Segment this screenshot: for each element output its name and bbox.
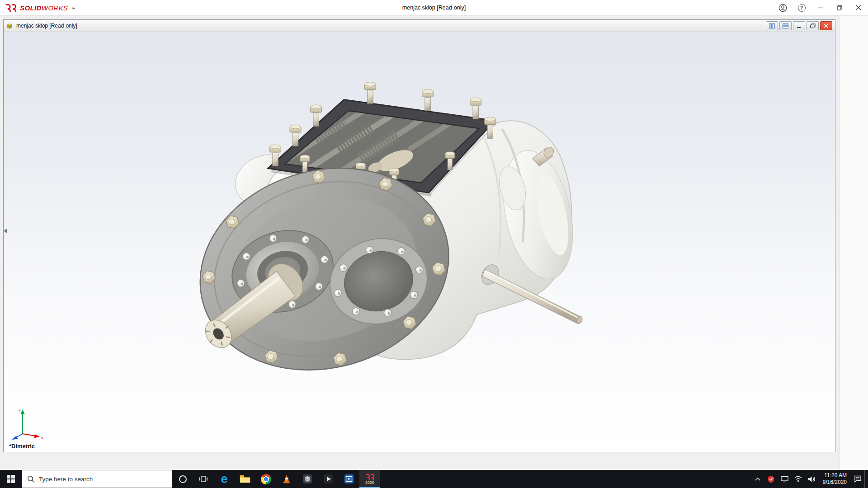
movies-app-button[interactable] [339,470,359,488]
app-window-controls: ? [773,0,868,15]
vlc-icon [282,474,292,484]
close-button[interactable] [849,0,868,15]
solidworks-taskbar-button[interactable]: 2020 [359,470,380,488]
account-icon [778,4,787,12]
3d-model-gearbox[interactable] [4,32,835,452]
start-button[interactable] [0,470,22,488]
account-button[interactable] [773,0,792,15]
cortana-icon [179,475,187,483]
doc-restore-button[interactable] [807,21,819,30]
document-title: menjac sklop [Read-only] [16,23,77,29]
tray-volume-button[interactable] [805,470,819,488]
doc-minimize-button[interactable] [793,21,805,30]
menu-flyout-arrow-icon[interactable]: ▸ [73,5,75,10]
triad-x-label: x [41,436,43,440]
task-pane-collapsed[interactable] [839,16,868,470]
doc-restore-icon [810,23,816,28]
shield-icon [768,475,774,483]
search-input[interactable] [22,470,172,488]
vlc-button[interactable] [276,470,297,488]
cortana-button[interactable] [172,470,193,488]
tray-network-button[interactable] [792,470,805,488]
action-center-icon [854,475,862,483]
edge-button[interactable]: e [214,470,235,488]
solidworks-app-icon: 2020 [364,474,375,485]
tile-horizontal-icon [769,23,775,28]
help-glyph: ? [800,5,803,10]
brand-works: WORKS [42,4,68,12]
media-player-icon [323,474,333,484]
volume-icon [808,476,816,483]
screen: SOLIDWORKS ▸ menjac sklop [Read-only] ? [0,0,868,488]
doc-tile-vertical-button[interactable] [779,21,792,30]
help-icon: ? [798,4,806,12]
brand-solid: SOLID [20,4,42,12]
close-icon [856,5,861,10]
document-window: menjac sklop [Read-only] [3,19,835,452]
file-explorer-button[interactable] [235,470,255,488]
wifi-icon [794,476,802,482]
file-explorer-icon [240,474,250,483]
app-body: menjac sklop [Read-only] [0,16,868,470]
document-titlebar: menjac sklop [Read-only] [4,20,835,32]
clock-date: 9/16/2020 [823,479,847,486]
doc-close-icon [824,23,829,28]
panel-collapse-arrow[interactable] [4,225,9,237]
chrome-button[interactable] [255,470,276,488]
app-titlebar: SOLIDWORKS ▸ menjac sklop [Read-only] ? [0,0,868,16]
tray-security-button[interactable] [764,470,778,488]
tile-vertical-icon [783,23,788,28]
search-icon [27,475,35,483]
show-desktop-button[interactable] [864,470,868,488]
solidworks-year-badge: 2020 [365,481,374,485]
taskbar: e [0,470,868,488]
tray-display-button[interactable] [778,470,792,488]
triad-y-label: y [19,408,21,412]
taskbar-clock[interactable]: 11:20 AM 9/16/2020 [819,470,851,488]
doc-minimize-icon [797,23,802,28]
task-view-icon [199,474,208,483]
taskbar-spacer [380,470,751,488]
media-player-button[interactable] [318,470,339,488]
taskbar-search[interactable] [22,470,172,488]
graphics-viewport[interactable]: y x *Dimetric [4,32,835,452]
clock-time: 11:20 AM [824,472,847,479]
movies-app-icon [344,474,354,484]
display-icon [781,476,788,483]
document-window-controls [766,21,833,30]
cad-viewer-button[interactable] [297,470,318,488]
task-view-button[interactable] [193,470,214,488]
app-window-title: menjac sklop [Read-only] [402,0,466,16]
collapse-arrow-icon [4,229,7,233]
doc-tile-horizontal-button[interactable] [766,21,778,30]
restore-icon [837,5,842,10]
help-button[interactable]: ? [792,0,811,15]
doc-close-button[interactable] [820,21,832,30]
chrome-icon [261,474,271,484]
maximize-button[interactable] [830,0,849,15]
minimize-button[interactable] [811,0,830,15]
cad-viewer-icon [302,474,312,484]
chevron-up-icon [755,477,760,481]
solidworks-logo-icon [5,4,17,12]
view-orientation-label: *Dimetric [9,443,35,450]
hidden-icons-chevron[interactable] [751,470,764,488]
windows-logo-icon [7,475,15,483]
minimize-icon [818,5,823,10]
assembly-doc-icon [6,23,14,29]
orientation-triad[interactable]: y x [7,406,46,441]
brand-text: SOLIDWORKS [20,4,68,12]
edge-icon: e [221,473,227,485]
solidworks-brand[interactable]: SOLIDWORKS [0,4,68,12]
action-center-button[interactable] [851,470,864,488]
